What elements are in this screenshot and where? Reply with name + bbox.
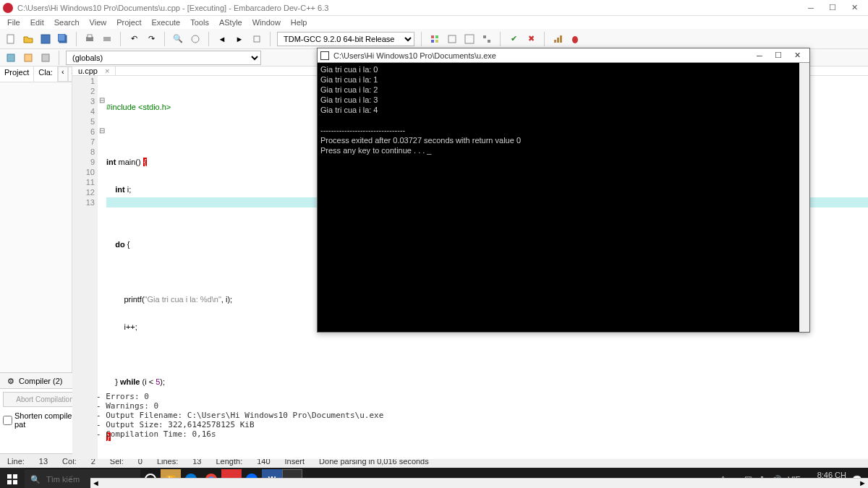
search-icon: 🔍 [30, 475, 41, 484]
menu-search[interactable]: Search [50, 18, 84, 27]
forward-icon[interactable]: ► [233, 33, 246, 46]
console-output[interactable]: Gia tri cua i la: 0 Gia tri cua i la: 1 … [318, 63, 809, 332]
svg-rect-18 [557, 38, 559, 43]
find-icon[interactable]: 🔍 [171, 33, 184, 46]
svg-rect-1 [41, 35, 50, 43]
close-button[interactable]: ✕ [843, 1, 865, 15]
toolbar-separator [208, 32, 209, 46]
toolbar-separator [164, 32, 165, 46]
console-minimize-button[interactable]: ─ [750, 51, 769, 60]
main-toolbar: ↶ ↷ 🔍 ◄ ► TDM-GCC 9.2.0 64-bit Release ✔… [0, 29, 868, 49]
console-scrollbar[interactable] [799, 63, 809, 332]
svg-rect-15 [483, 35, 486, 38]
svg-rect-10 [435, 35, 438, 38]
svg-rect-0 [7, 35, 14, 43]
console-close-button[interactable]: ✕ [788, 51, 807, 60]
svg-rect-24 [7, 474, 12, 479]
toolbar-separator [500, 32, 501, 46]
menu-edit[interactable]: Edit [26, 18, 48, 27]
tab-compiler[interactable]: ⚙Compiler (2) [3, 377, 67, 385]
toolbar-separator [270, 32, 271, 46]
svg-rect-9 [431, 35, 434, 38]
svg-rect-23 [42, 54, 49, 61]
devcpp-app-icon [3, 3, 13, 13]
console-titlebar[interactable]: C:\Users\Hi Windows10 Pro\Documents\u.ex… [318, 48, 809, 63]
menu-execute[interactable]: Execute [147, 18, 184, 27]
minimize-button[interactable]: ─ [800, 1, 822, 15]
svg-point-7 [192, 35, 199, 43]
compiler-selector[interactable]: TDM-GCC 9.2.0 64-bit Release [277, 32, 414, 46]
compiler-icon: ⚙ [7, 377, 16, 385]
console-title: C:\Users\Hi Windows10 Pro\Documents\u.ex… [333, 51, 750, 60]
console-maximize-button[interactable]: ☐ [769, 51, 788, 60]
svg-rect-8 [254, 36, 260, 42]
menu-window[interactable]: Window [248, 18, 285, 27]
replace-icon[interactable] [189, 33, 202, 46]
horizontal-scrollbar[interactable]: ◄ ► [90, 478, 868, 488]
profile-icon[interactable] [551, 33, 564, 46]
toolbar-separator [421, 32, 422, 46]
run-icon[interactable] [446, 33, 459, 46]
maximize-button[interactable]: ☐ [822, 1, 843, 15]
svg-rect-11 [431, 40, 434, 43]
menu-bar: File Edit Search View Project Execute To… [0, 16, 868, 29]
svg-rect-16 [488, 40, 490, 43]
status-line-value: 13 [32, 457, 55, 466]
redo-icon[interactable]: ↷ [145, 33, 158, 46]
start-button[interactable] [0, 468, 25, 488]
svg-rect-3 [58, 34, 65, 41]
undo-icon[interactable]: ↶ [127, 33, 140, 46]
toolbar-separator [59, 51, 59, 65]
print-icon[interactable] [83, 33, 96, 46]
menu-help[interactable]: Help [286, 18, 312, 27]
menu-tools[interactable]: Tools [186, 18, 213, 27]
svg-rect-21 [7, 54, 14, 61]
svg-rect-27 [13, 480, 17, 484]
open-file-icon[interactable] [22, 33, 35, 46]
menu-project[interactable]: Project [112, 18, 145, 27]
debug-check-icon[interactable]: ✔ [507, 33, 520, 46]
close-tab-icon[interactable]: × [105, 67, 109, 75]
toolbar-separator [544, 32, 545, 46]
globals-selector[interactable]: (globals) [66, 51, 261, 65]
status-line-label: Line: [0, 457, 32, 466]
toolbar-separator [76, 32, 77, 46]
svg-rect-13 [448, 35, 456, 43]
brace-highlight: { [143, 158, 148, 166]
new-file-icon[interactable] [4, 33, 17, 46]
tab-classes[interactable]: Cla: [34, 67, 58, 82]
save-icon[interactable] [39, 33, 52, 46]
svg-rect-17 [554, 40, 556, 43]
menu-astyle[interactable]: AStyle [215, 18, 247, 27]
goto-icon[interactable] [250, 33, 263, 46]
svg-rect-25 [13, 474, 17, 479]
compile-icon[interactable] [428, 33, 441, 46]
compile-log-panel: Abort Compilation Shorten compiler pat -… [0, 388, 868, 453]
rebuild-icon[interactable] [480, 33, 493, 46]
print-setup-icon[interactable] [101, 33, 114, 46]
window-title: C:\Users\Hi Windows10 Pro\Documents\u.cp… [17, 4, 800, 12]
svg-rect-14 [465, 35, 474, 43]
insert-icon[interactable] [22, 51, 35, 64]
menu-file[interactable]: File [3, 18, 25, 27]
file-tab-label: u.cpp [78, 67, 98, 75]
compile-log-text: - Errors: 0 - Warnings: 0 - Output Filen… [90, 389, 868, 453]
svg-rect-19 [560, 35, 562, 43]
save-all-icon[interactable] [56, 33, 69, 46]
compile-run-icon[interactable] [463, 33, 476, 46]
back-icon[interactable]: ◄ [216, 33, 229, 46]
bug-icon[interactable] [569, 33, 582, 46]
svg-rect-5 [88, 35, 92, 38]
tab-scroll-left-icon[interactable]: ‹ [58, 67, 68, 82]
file-tab-ucpp[interactable]: u.cpp × [72, 67, 116, 75]
console-window: C:\Users\Hi Windows10 Pro\Documents\u.ex… [317, 48, 810, 333]
svg-rect-22 [25, 54, 32, 61]
menu-view[interactable]: View [85, 18, 111, 27]
tab-project[interactable]: Project [0, 67, 34, 82]
svg-rect-6 [103, 37, 111, 41]
new-class-icon[interactable] [4, 51, 17, 64]
svg-rect-12 [435, 40, 438, 43]
debug-stop-icon[interactable]: ✖ [524, 33, 537, 46]
toggle-icon[interactable] [39, 51, 52, 64]
window-titlebar: C:\Users\Hi Windows10 Pro\Documents\u.cp… [0, 0, 868, 16]
